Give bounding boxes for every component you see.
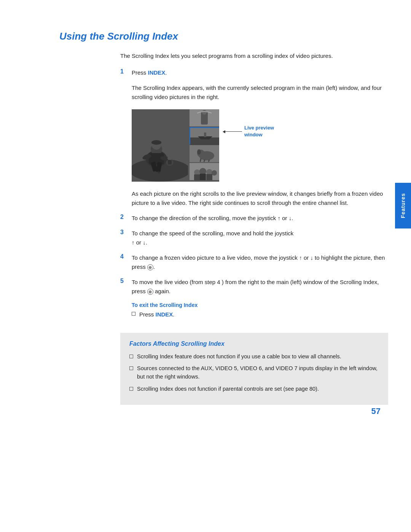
thumb-3 [190,145,219,162]
intro-text: The Scrolling Index lets you select prog… [120,51,388,61]
step-2-num: 2 [120,214,132,220]
step-5: 5 To move the live video (from step 4 ) … [120,278,388,296]
after-image-text: As each picture on the right scrolls to … [132,189,388,208]
to-exit-heading: To exit the Scrolling Index [132,302,388,308]
step-1-content: Press INDEX. [132,68,167,77]
to-exit-bullet: Press INDEX. [132,310,388,319]
scrolling-index-image [132,109,219,182]
svg-rect-35 [194,174,200,180]
svg-point-18 [202,110,207,115]
index-keyword-exit: INDEX [156,311,173,318]
thumb-1 [190,109,219,126]
step-3-content: To change the speed of the scrolling, mo… [132,229,293,247]
index-keyword-1: INDEX [148,69,166,76]
step-1-sub: The Scrolling Index appears, with the cu… [132,83,388,102]
main-window [132,109,188,182]
factors-box: Factors Affecting Scrolling Index Scroll… [120,333,388,405]
factors-content-3: Scrolling Index does not function if par… [137,385,319,393]
svg-point-13 [167,156,172,160]
svg-line-29 [209,160,209,162]
right-thumbnails [190,109,219,182]
page-container: Features Using the Scrolling Index The S… [0,0,411,435]
svg-point-34 [212,170,217,176]
to-exit-content: Press INDEX. [139,310,175,319]
enter-symbol-4: ⊕ [147,264,153,270]
step-1: 1 Press INDEX. [120,68,388,77]
svg-line-27 [200,158,201,162]
step-4-content: To change a frozen video picture to a li… [132,253,388,272]
page-number: 57 [371,406,381,416]
step-2-content: To change the direction of the scrolling… [132,214,293,223]
step-4: 4 To change a frozen video picture to a … [120,253,388,272]
svg-rect-36 [200,174,206,180]
enter-symbol-5: ⊕ [147,289,153,295]
svg-rect-11 [151,142,161,144]
step-5-content: To move the live video (from step 4 ) fr… [132,278,388,296]
step-4-num: 4 [120,253,132,260]
live-preview-label: Live previewwindow [244,125,274,138]
factors-item-1: Scrolling Index feature does not functio… [129,353,379,361]
step-1-num: 1 [120,68,132,75]
image-area: Live previewwindow [132,109,388,182]
factors-item-3: Scrolling Index does not function if par… [129,385,379,393]
thumb-2-live-preview [190,127,219,144]
features-tab: Features [395,183,411,228]
bullet-square [132,312,135,316]
live-preview-callout: Live previewwindow [223,109,274,138]
svg-point-26 [197,149,201,155]
factors-content-1: Scrolling Index feature does not functio… [137,353,341,361]
factors-content-2: Sources connected to the AUX, VIDEO 5, V… [137,364,379,381]
svg-rect-37 [206,174,212,180]
factors-bullet-1 [129,355,133,358]
step-3: 3 To change the speed of the scrolling, … [120,229,388,247]
factors-bullet-2 [129,366,133,370]
player-svg [132,109,188,182]
step-2: 2 To change the direction of the scrolli… [120,214,388,223]
page-title: Using the Scrolling Index [59,30,388,42]
factors-title: Factors Affecting Scrolling Index [129,340,379,347]
thumb-4 [190,163,219,180]
svg-rect-14 [168,160,172,165]
factors-bullet-3 [129,387,133,391]
factors-item-2: Sources connected to the AUX, VIDEO 5, V… [129,364,379,381]
svg-rect-22 [204,133,206,137]
step-5-num: 5 [120,278,132,284]
svg-line-28 [204,160,205,162]
content-area: The Scrolling Index lets you select prog… [59,51,388,405]
step-3-num: 3 [120,229,132,236]
